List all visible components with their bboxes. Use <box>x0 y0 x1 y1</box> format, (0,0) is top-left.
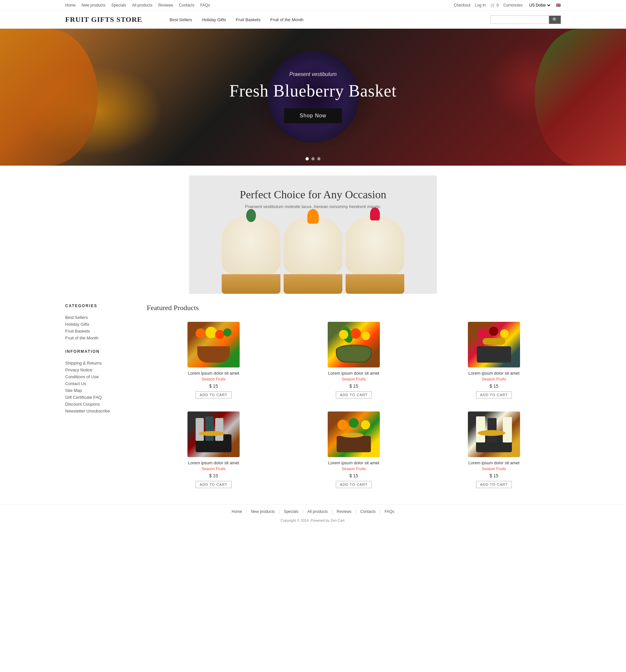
add-to-cart-3[interactable]: ADD TO CART <box>476 391 512 399</box>
product-category-4: Season Fruits <box>150 466 277 471</box>
sidebar-holiday-gifts[interactable]: Holiday Gifts <box>65 321 137 328</box>
dot-1[interactable] <box>306 157 309 161</box>
nav-all-products[interactable]: All products <box>132 3 152 7</box>
product-image-1 <box>188 322 240 367</box>
featured-products-title: Featured Products <box>147 304 561 312</box>
nav-specials[interactable]: Specials <box>111 3 126 7</box>
top-bar-nav: Home New products Specials All products … <box>65 3 210 7</box>
products-area: Featured Products Lorem ipsum dolor sit … <box>147 304 561 491</box>
currency-select[interactable]: US Dollar <box>528 3 551 8</box>
dot-2[interactable] <box>311 157 315 161</box>
add-to-cart-1[interactable]: ADD TO CART <box>196 391 232 399</box>
hero-dots <box>306 157 320 161</box>
footer-specials[interactable]: Specials <box>284 509 298 514</box>
cupcakes-row <box>196 216 430 294</box>
products-grid: Lorem ipsum dolor sit amet Season Fruits… <box>147 318 561 491</box>
product-image-2 <box>328 322 380 367</box>
footer-sep-1: | <box>246 509 247 514</box>
top-bar-actions: Checkout Log In 🛒 0 Currencies: US Dolla… <box>454 3 561 8</box>
product-category-1: Season Fruits <box>150 377 277 382</box>
product-card: Lorem ipsum dolor sit amet Season Fruits… <box>147 318 281 402</box>
sidebar-gift-cert[interactable]: Gift Certificate FAQ <box>65 394 137 401</box>
footer-sep-4: | <box>332 509 333 514</box>
footer-sep-3: | <box>303 509 304 514</box>
hero-banner: Praesent vestibulum Fresh Blueberry Bask… <box>0 29 626 166</box>
product-name-5: Lorem ipsum dolor sit amet <box>290 460 417 465</box>
nav-home[interactable]: Home <box>65 3 76 7</box>
footer-home[interactable]: Home <box>232 509 242 514</box>
login-link[interactable]: Log In <box>475 3 486 7</box>
add-to-cart-4[interactable]: ADD TO CART <box>196 481 232 488</box>
footer-sep-6: | <box>380 509 381 514</box>
product-category-6: Season Fruits <box>430 466 557 471</box>
sidebar-conditions[interactable]: Conditions of Use <box>65 373 137 380</box>
nav-contacts[interactable]: Contacts <box>179 3 194 7</box>
product-image-5 <box>328 411 380 457</box>
product-price-4: $ 15 <box>150 473 277 478</box>
product-category-2: Season Fruits <box>290 377 417 382</box>
nav-best-sellers[interactable]: Best Sellers <box>170 17 192 22</box>
header: FRUIT GIFTS STORE Best Sellers Holiday G… <box>0 11 626 29</box>
sidebar-shipping[interactable]: Shipping & Returns <box>65 360 137 366</box>
hero-content: Praesent vestibulum Fresh Blueberry Bask… <box>229 71 396 123</box>
sidebar-fruit-baskets[interactable]: Fruit Baskets <box>65 328 137 335</box>
footer-faqs[interactable]: FAQs <box>384 509 394 514</box>
product-card: Lorem ipsum dolor sit amet Season Fruits… <box>287 408 420 491</box>
add-to-cart-6[interactable]: ADD TO CART <box>476 481 512 488</box>
footer-reviews[interactable]: Reviews <box>336 509 351 514</box>
flag-icon: 🇬🇧 <box>556 3 561 7</box>
nav-faqs[interactable]: FAQs <box>200 3 210 7</box>
sidebar-contact[interactable]: Contact Us <box>65 380 137 387</box>
footer-copyright: Copyright © 2014. Powered by Zen Cart. <box>0 519 626 527</box>
search-button[interactable]: 🔍 <box>549 16 561 24</box>
footer-sep-2: | <box>279 509 280 514</box>
product-price-5: $ 15 <box>290 473 417 478</box>
dot-3[interactable] <box>317 157 320 161</box>
currencies-label: Currencies: <box>503 3 523 7</box>
occasion-title: Perfect Choice for Any Occasion <box>196 189 430 201</box>
top-bar: Home New products Specials All products … <box>0 0 626 11</box>
checkout-link[interactable]: Checkout <box>454 3 471 7</box>
product-card: Lorem ipsum dolor sit amet Season Fruits… <box>427 318 561 402</box>
product-image-4 <box>188 411 240 457</box>
sidebar-privacy[interactable]: Privacy Notice <box>65 366 137 373</box>
product-price-1: $ 15 <box>150 383 277 389</box>
product-price-2: $ 15 <box>290 383 417 389</box>
product-image-6 <box>468 411 520 457</box>
cart-icon[interactable]: 🛒 0 <box>490 3 499 7</box>
product-card: Lorem ipsum dolor sit amet Season Fruits… <box>427 408 561 491</box>
nav-fruit-baskets[interactable]: Fruit Baskets <box>236 17 261 22</box>
hero-background: Praesent vestibulum Fresh Blueberry Bask… <box>0 29 626 166</box>
search-bar: 🔍 <box>490 15 561 24</box>
footer-new-products[interactable]: New products <box>251 509 275 514</box>
product-price-3: $ 15 <box>430 383 557 389</box>
add-to-cart-5[interactable]: ADD TO CART <box>336 481 372 488</box>
hero-subtitle: Praesent vestibulum <box>229 71 396 77</box>
sidebar-sitemap[interactable]: Site Map <box>65 387 137 394</box>
occasion-subtitle: Praesent vestibulum molestie lacus. Aene… <box>196 204 430 209</box>
main-nav: Best Sellers Holiday Gifts Fruit Baskets… <box>170 17 477 22</box>
nav-new-products[interactable]: New products <box>81 3 105 7</box>
hero-cta-button[interactable]: Shop Now <box>284 108 342 123</box>
product-image-3 <box>468 322 520 367</box>
nav-holiday-gifts[interactable]: Holiday Gifts <box>202 17 226 22</box>
hero-title: Fresh Blueberry Basket <box>229 81 396 100</box>
main-content: CATEGORIES Best Sellers Holiday Gifts Fr… <box>0 304 626 491</box>
footer-all-products[interactable]: All products <box>308 509 328 514</box>
search-input[interactable] <box>490 15 549 24</box>
footer-nav: Home | New products | Specials | All pro… <box>0 504 626 519</box>
sidebar-discount-coupons[interactable]: Discount Coupons <box>65 401 137 408</box>
information-heading: INFORMATION <box>65 349 137 356</box>
product-name-4: Lorem ipsum dolor sit amet <box>150 460 277 465</box>
categories-heading: CATEGORIES <box>65 304 137 310</box>
add-to-cart-2[interactable]: ADD TO CART <box>336 391 372 399</box>
product-category-3: Season Fruits <box>430 377 557 382</box>
nav-reviews[interactable]: Reviews <box>158 3 173 7</box>
sidebar-best-sellers[interactable]: Best Sellers <box>65 314 137 321</box>
sidebar-newsletter[interactable]: Newsletter Unsubscribe <box>65 408 137 414</box>
footer-contacts[interactable]: Contacts <box>360 509 376 514</box>
product-price-6: $ 15 <box>430 473 557 478</box>
nav-fruit-of-month[interactable]: Fruit of the Month <box>270 17 304 22</box>
product-card: Lorem ipsum dolor sit amet Season Fruits… <box>147 408 281 491</box>
sidebar-fruit-of-month[interactable]: Fruit of the Month <box>65 335 137 341</box>
